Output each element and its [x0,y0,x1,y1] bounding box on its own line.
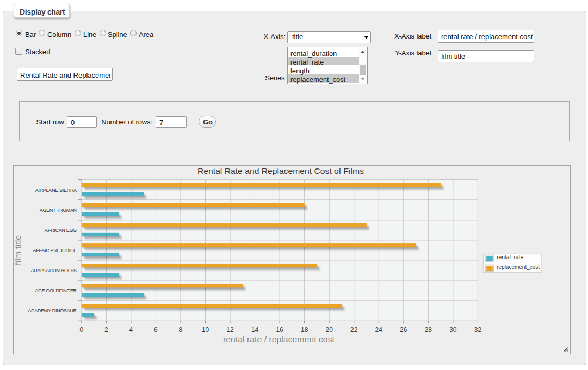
svg-text:AFRICAN EGG: AFRICAN EGG [45,228,77,233]
svg-text:ACE GOLDFINGER: ACE GOLDFINGER [35,288,77,293]
svg-text:20: 20 [325,326,333,334]
svg-text:14: 14 [251,326,259,334]
svg-text:ADAPTATION HOLES: ADAPTATION HOLES [30,268,77,273]
svg-text:32: 32 [474,326,482,334]
svg-text:replacement_cost: replacement_cost [497,264,540,270]
svg-text:26: 26 [400,326,407,334]
svg-text:AFFAIR PREJUDICE: AFFAIR PREJUDICE [33,248,77,253]
svg-text:8: 8 [179,326,183,334]
svg-text:24: 24 [375,326,383,334]
svg-text:2: 2 [104,326,108,334]
svg-text:rental_rate: rental_rate [497,254,523,260]
svg-text:AIRPLANE SIERRA: AIRPLANE SIERRA [35,187,77,193]
svg-text:0: 0 [79,326,83,334]
svg-text:18: 18 [301,326,308,334]
svg-text:12: 12 [226,326,234,334]
svg-text:16: 16 [276,326,283,334]
svg-text:film title: film title [14,235,22,265]
svg-text:rental rate / replacement cost: rental rate / replacement cost [223,335,335,344]
svg-text:22: 22 [350,326,358,334]
svg-text:AGENT TRUMAN: AGENT TRUMAN [40,208,77,213]
svg-text:10: 10 [202,326,209,334]
svg-text:30: 30 [449,326,457,334]
svg-text:Rental Rate and Replacement Co: Rental Rate and Replacement Cost of Film… [197,166,364,175]
svg-text:ACADEMY DINOSAUR: ACADEMY DINOSAUR [28,308,77,313]
svg-text:6: 6 [154,326,158,334]
svg-text:28: 28 [425,326,432,334]
svg-text:4: 4 [129,326,133,334]
